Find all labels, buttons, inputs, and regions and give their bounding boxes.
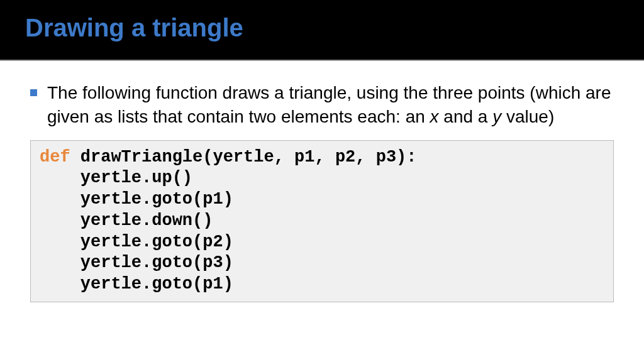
code-line-7: yertle.goto(p1) bbox=[40, 275, 233, 293]
code-line-1-rest: drawTriangle(yertle, p1, p2, p3): bbox=[70, 148, 417, 167]
bullet-text-part3: value) bbox=[501, 107, 554, 126]
bullet-italic-y: y bbox=[492, 107, 501, 126]
bullet-item: The following function draws a triangle,… bbox=[30, 81, 614, 129]
code-line-5: yertle.goto(p2) bbox=[40, 233, 233, 251]
code-line-2: yertle.up() bbox=[40, 168, 192, 187]
bullet-text-part2: and a bbox=[439, 107, 493, 126]
code-line-6: yertle.goto(p3) bbox=[40, 253, 233, 272]
bullet-text: The following function draws a triangle,… bbox=[47, 81, 614, 129]
code-line-3: yertle.goto(p1) bbox=[40, 190, 233, 209]
bullet-marker-icon bbox=[30, 89, 37, 96]
code-line-4: yertle.down() bbox=[40, 211, 213, 230]
code-block: def drawTriangle(yertle, p1, p2, p3): ye… bbox=[30, 140, 614, 302]
bullet-italic-x: x bbox=[430, 107, 439, 126]
code-keyword-def: def bbox=[40, 148, 70, 167]
slide-content: The following function draws a triangle,… bbox=[0, 61, 644, 302]
slide-header: Drawing a triangle bbox=[0, 0, 644, 61]
slide-title: Drawing a triangle bbox=[25, 14, 619, 42]
